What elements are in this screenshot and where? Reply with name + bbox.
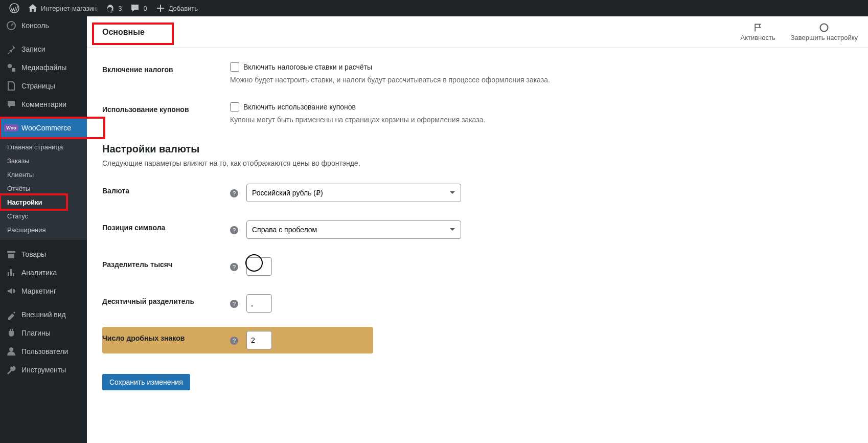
currency-section-desc: Следующие параметры влияют на то, как от… [102,159,853,167]
thousand-sep-input[interactable] [246,257,272,276]
coupons-checkbox[interactable] [230,102,239,112]
pages-icon [6,81,16,91]
menu-marketing[interactable]: Маркетинг [0,282,87,300]
main-content: Основные Активность Завершить настройку … [87,16,868,443]
help-icon[interactable]: ? [230,189,238,197]
taxes-description: Можно будет настроить ставки, и налоги б… [230,76,853,84]
comments-count: 0 [143,5,147,12]
submenu-home[interactable]: Главная страница [0,140,87,154]
add-new-link[interactable]: Добавить [151,0,202,16]
svg-point-2 [8,64,12,68]
tab-general[interactable]: Основные [97,18,150,46]
menu-plugins[interactable]: Плагины [0,324,87,342]
taxes-checkbox[interactable] [230,62,239,72]
menu-analytics[interactable]: Аналитика [0,263,87,282]
currency-label: Валюта [102,187,129,195]
coupons-checkbox-wrap[interactable]: Включить использование купонов [230,102,853,112]
submenu-orders[interactable]: Заказы [0,154,87,168]
submenu-status[interactable]: Статус [0,209,87,223]
row-taxes: Включение налогов Включить налоговые ста… [102,58,853,88]
site-name-link[interactable]: Интернет-магазин [24,0,101,16]
woo-submenu: Главная страница Заказы Клиенты Отчёты Н… [0,137,87,240]
decimals-label: Число дробных знаков [102,334,185,342]
admin-sidebar: Консоль Записи Медиафайлы Страницы Комме… [0,16,87,443]
currency-section-title: Настройки валюты [102,143,853,155]
menu-tools[interactable]: Инструменты [0,361,87,379]
submenu-settings[interactable]: Настройки [0,195,87,209]
tab-bar: Основные Активность Завершить настройку [87,16,868,48]
row-coupons: Использование купонов Включить использов… [102,98,853,128]
row-decimals: Число дробных знаков ? [102,327,373,353]
appearance-icon [6,309,16,320]
wp-logo[interactable] [5,0,24,16]
comment-icon [6,99,16,109]
flag-icon [753,23,763,33]
updates-link[interactable]: 3 [101,0,126,16]
menu-posts[interactable]: Записи [0,40,87,58]
site-name: Интернет-магазин [41,5,97,12]
updates-count: 3 [118,5,122,12]
menu-products[interactable]: Товары [0,245,87,263]
products-icon [6,249,16,259]
position-select[interactable]: Справа с пробелом [246,220,461,239]
svg-point-3 [9,347,13,351]
menu-media[interactable]: Медиафайлы [0,58,87,77]
finish-setup-button[interactable]: Завершить настройку [791,23,858,41]
analytics-icon [6,268,16,278]
add-new-label: Добавить [169,5,198,12]
pin-icon [6,44,16,54]
circle-icon [819,23,829,33]
coupons-description: Купоны могут быть применены на страницах… [230,116,853,124]
dashboard-icon [6,20,16,31]
activity-button[interactable]: Активность [740,23,775,41]
position-label: Позиция символа [102,224,165,232]
tools-icon [6,365,16,375]
help-icon[interactable]: ? [230,300,238,308]
save-button[interactable]: Сохранить изменения [102,374,190,390]
currency-select[interactable]: Российский рубль (₽) [246,184,461,202]
coupons-label: Использование купонов [102,102,230,114]
media-icon [6,62,16,73]
submenu-extensions[interactable]: Расширения [0,223,87,237]
taxes-checkbox-wrap[interactable]: Включить налоговые ставки и расчёты [230,62,853,72]
users-icon [6,346,16,357]
woo-icon: Woo [6,123,16,133]
taxes-label: Включение налогов [102,62,230,74]
menu-woocommerce[interactable]: WooWooCommerce [0,119,87,137]
admin-topbar: Интернет-магазин 3 0 Добавить [0,0,868,16]
menu-comments[interactable]: Комментарии [0,95,87,114]
help-icon[interactable]: ? [230,337,238,345]
menu-users[interactable]: Пользователи [0,342,87,361]
plugins-icon [6,328,16,338]
submenu-reports[interactable]: Отчёты [0,182,87,195]
thousand-sep-label: Разделитель тысяч [102,260,172,269]
row-decimal-sep: Десятичный разделитель ? [102,290,853,317]
comments-link[interactable]: 0 [126,0,151,16]
menu-console[interactable]: Консоль [0,16,87,35]
row-currency: Валюта ?Российский рубль (₽) [102,180,853,206]
menu-pages[interactable]: Страницы [0,77,87,95]
menu-appearance[interactable]: Внешний вид [0,305,87,324]
help-icon[interactable]: ? [230,226,238,234]
row-position: Позиция символа ?Справа с пробелом [102,216,853,243]
row-thousand-sep: Разделитель тысяч ? [102,253,853,280]
decimal-sep-input[interactable] [246,294,272,313]
submenu-customers[interactable]: Клиенты [0,168,87,182]
decimals-input[interactable] [246,331,272,349]
svg-point-4 [820,24,828,32]
help-icon[interactable]: ? [230,263,238,271]
decimal-sep-label: Десятичный разделитель [102,297,194,305]
marketing-icon [6,286,16,296]
